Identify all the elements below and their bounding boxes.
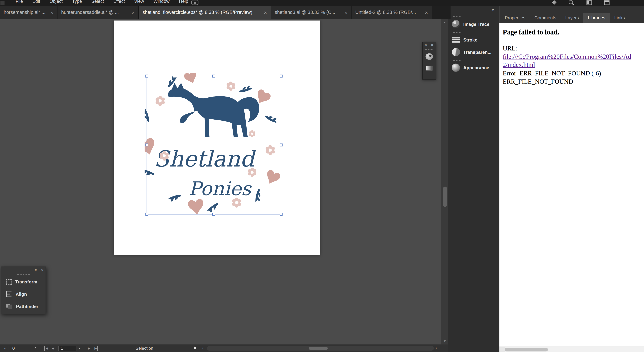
rotation-value: 0° [12,346,16,351]
menu-type[interactable]: Type [72,0,82,4]
document-tab[interactable]: Untitled-2 @ 8.33 % (RGB/... × [352,6,432,19]
document-tab[interactable]: horsemanship.ai* ... × [0,6,58,19]
panel-button-label: Transform [15,279,37,284]
menubar: File Edit Object Type Select Effect View… [0,0,644,6]
selection-handle-ne[interactable] [280,75,282,77]
horizontal-scroll-thumb[interactable] [309,347,328,350]
selection-handle-e[interactable] [280,144,282,146]
previous-artboard-button[interactable]: ◀ [52,346,54,351]
zoom-dropdown[interactable]: ▾ [1,346,9,351]
vertical-scroll-thumb[interactable] [443,186,447,207]
expand-panel-icon[interactable]: » [35,267,37,272]
artboard-number-field[interactable]: 1 [58,346,76,351]
selection-handle-nw[interactable] [146,75,148,77]
panel-grip[interactable] [453,16,462,17]
recolor-icon[interactable] [552,0,557,5]
selection-bounding-box[interactable] [147,76,282,214]
menu-window[interactable]: Window [154,0,170,4]
arrange-documents-icon[interactable] [586,0,592,5]
scroll-up-icon[interactable]: ▴ [442,20,448,25]
rotation-dropdown-icon[interactable]: ▾ [34,346,36,349]
horizontal-scroll-thumb[interactable] [505,348,548,352]
panel-button-label: Transparen... [463,50,492,54]
panel-grip[interactable] [425,49,434,50]
tab-libraries[interactable]: Libraries [584,13,610,23]
transparency-icon [452,48,460,56]
transparency-panel-button[interactable]: Transparen... [448,46,500,58]
error-message: Error: ERR_FILE_NOT_FOUND (-6) [503,69,644,77]
close-icon[interactable]: × [50,10,53,15]
tab-links[interactable]: Links [610,13,629,23]
touch-workspace-icon[interactable] [192,0,198,5]
menu-edit[interactable]: Edit [32,0,40,4]
close-icon[interactable]: × [41,267,43,272]
scroll-right-icon[interactable]: › [435,345,437,351]
transform-panel-button[interactable]: Transform [1,276,46,288]
document-tab[interactable]: shetland3.ai @ 33.33 % (C... × [271,6,352,19]
selection-handle-s[interactable] [212,213,215,215]
first-artboard-button[interactable]: ◀ [44,346,48,351]
appearance-panel-button[interactable]: Appearance [448,62,500,74]
close-icon[interactable]: × [132,10,135,15]
document-tab-label: shetland3.ai @ 33.33 % (C... [275,10,335,15]
error-url-link[interactable]: file:///C:/Program%20Files/Common%20File… [503,53,644,61]
selection-handle-sw[interactable] [146,213,148,215]
vertical-scrollbar[interactable]: ▴ ▾ [442,19,448,345]
error-url-link[interactable]: 2/index.html [503,61,644,69]
scroll-down-icon[interactable]: ▾ [442,339,448,344]
image-trace-panel-button[interactable]: Image Trace [448,18,500,30]
document-tab-label: hunterundersaddle.ai* @ ... [61,10,119,15]
close-icon[interactable]: × [431,43,434,48]
status-menu-icon[interactable]: ▶ [194,345,197,350]
selection-handle-n[interactable] [212,75,215,77]
workspace-switcher-icon[interactable] [604,0,610,5]
pathfinder-panel-button[interactable]: Pathfinder [1,300,46,313]
close-icon[interactable]: × [425,10,428,15]
collapse-dock-icon[interactable]: « [492,6,494,12]
image-trace-icon [452,20,460,28]
menu-items: File Edit Object Type Select Effect View… [16,0,188,4]
next-artboard-button[interactable]: ▶ [88,346,90,351]
document-tab[interactable]: hunterundersaddle.ai* @ ... × [58,6,139,19]
tab-properties[interactable]: Properties [500,13,530,23]
floating-color-panel: » × [422,42,436,80]
selection-handle-w[interactable] [146,144,148,146]
selection-handle-se[interactable] [280,213,282,215]
status-tool-label: Selection [136,346,154,351]
menu-file[interactable]: File [16,0,23,4]
panel-grip[interactable] [17,274,30,275]
search-icon[interactable] [569,0,574,5]
gradient-icon [426,66,432,70]
illustrator-window: File Edit Object Type Select Effect View… [0,0,644,352]
panel-grip[interactable] [453,32,462,33]
scroll-left-icon[interactable]: ‹ [202,345,204,351]
libraries-horizontal-scrollbar[interactable] [500,347,644,352]
appearance-icon [452,64,460,72]
panel-button-label: Image Trace [463,22,490,27]
horizontal-scrollbar[interactable] [207,346,434,351]
last-artboard-button[interactable]: ▶ [94,346,98,351]
panel-grip[interactable] [453,60,462,61]
menu-object[interactable]: Object [50,0,63,4]
close-icon[interactable]: × [344,10,348,15]
menu-select[interactable]: Select [92,0,104,4]
error-url-label: URL: [503,44,644,53]
scroll-left-stepper[interactable] [500,347,505,352]
stroke-panel-button[interactable]: Stroke [448,34,500,46]
menu-view[interactable]: View [134,0,144,4]
expand-panel-icon[interactable]: » [425,43,427,48]
artboard-dropdown-icon[interactable]: ▾ [78,346,80,351]
app-logo-icon [0,1,4,5]
color-panel-button[interactable] [423,51,436,62]
menu-help[interactable]: Help [179,0,188,4]
tab-layers[interactable]: Layers [561,13,583,23]
tab-comments[interactable]: Comments [530,13,561,23]
panel-icon-dock: « Image Trace Stroke Transparen... [448,6,500,352]
menu-effect[interactable]: Effect [114,0,125,4]
pathfinder-icon [6,304,12,309]
align-panel-button[interactable]: Align [1,288,46,300]
close-icon[interactable]: × [264,10,267,15]
gradient-panel-button[interactable] [423,62,436,74]
document-tab-active[interactable]: shetland_flowercircle.eps* @ 8.33 % (RGB… [139,6,271,19]
canvas-area[interactable]: Shetland Ponies [0,19,442,345]
